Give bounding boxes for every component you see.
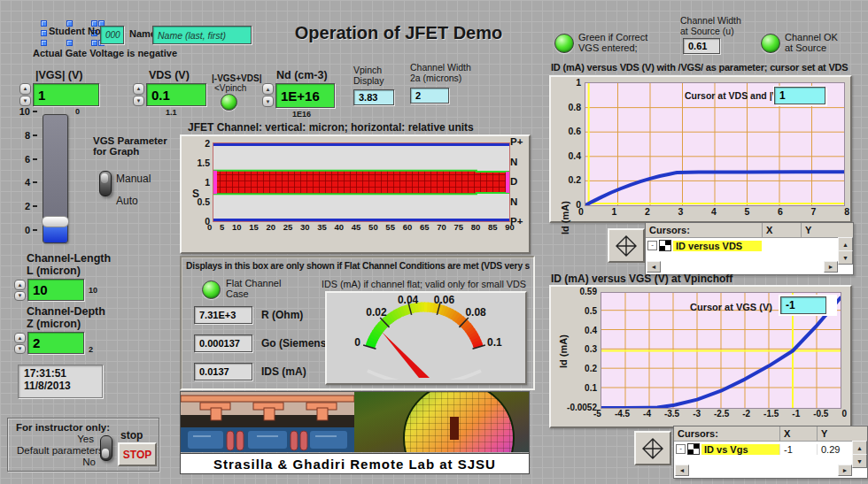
x-tick-label: -2.5 [714, 409, 729, 419]
expand-icon[interactable]: - [676, 444, 686, 454]
cursor-x-value: -1 [779, 444, 817, 455]
y-tick-label: 0.2 [568, 174, 581, 185]
cursor-row-label[interactable]: ID vs Vgs [701, 444, 779, 455]
lab-banner: Strasilla & Ghadiri Remote Lab at SJSU [180, 453, 530, 474]
x-tick-label: -1 [792, 409, 800, 419]
graph1-x-ticks: 012345678 [578, 206, 849, 217]
channel-depth-spinner[interactable]: ▲▼ [14, 333, 26, 354]
x-tick-label: 0 [207, 222, 212, 233]
y-tick-label: 2 [205, 138, 210, 149]
spin-down-icon[interactable]: ▼ [14, 291, 26, 302]
flat-box-header: Displays in this box are only shown if F… [186, 261, 530, 271]
y-tick-label: 1.5 [197, 157, 210, 168]
instructor-option-yes[interactable]: Yes [57, 434, 94, 444]
y-tick-label: -0.0052 [567, 403, 597, 412]
stop-caption: stop [120, 429, 143, 442]
scroll-left-icon[interactable]: ◄ [675, 465, 689, 476]
nd-input[interactable]: 1E+16 [275, 83, 335, 108]
student-no-input[interactable]: 000 [100, 26, 124, 44]
cursor-row-label[interactable]: ID versus VDS [673, 241, 762, 251]
timestamp-display: 17:31:51 11/8/2013 [18, 365, 103, 398]
vgs-param-toggle[interactable] [99, 171, 112, 196]
vgs-param-option-auto[interactable]: Auto [116, 195, 138, 207]
cursor-crosshair-icon [659, 240, 671, 251]
cursor-row[interactable]: - ID vs Vgs -1 0.29 [674, 442, 867, 457]
cursor-row[interactable]: - ID versus VDS [646, 238, 853, 253]
spin-down-icon[interactable]: ▼ [14, 344, 26, 355]
vpinch-label-2: Display [353, 75, 384, 86]
nd-spinner[interactable]: ▲▼ [262, 83, 274, 107]
instructor-title: For instructor only: [16, 422, 110, 433]
spin-down-icon[interactable]: ▼ [133, 96, 144, 107]
x-tick-label: 10 [232, 222, 242, 233]
vgs-input[interactable]: 1 [33, 83, 99, 106]
vgs-slider-scale: 1086420 [12, 111, 37, 241]
graph2-plot-area[interactable]: Cursor at VGS (V) -1 [601, 292, 841, 409]
source-width-label-2: at Source (u) [680, 26, 734, 36]
x-tick-label: -0.5 [813, 409, 828, 419]
scroll-left-icon[interactable]: ◄ [647, 261, 661, 273]
scroll-up-icon[interactable]: ▲ [852, 441, 867, 455]
pinch-condition-led [221, 94, 237, 111]
vgs-param-label: VGS Parameter for Graph [93, 135, 174, 157]
stop-button[interactable]: STOP [118, 442, 157, 466]
y-tick-label: 0.4 [585, 326, 597, 335]
diamond-nav-icon [641, 437, 664, 460]
vgs-slider-thumb[interactable] [42, 216, 69, 227]
scroll-right-icon[interactable]: ► [838, 465, 852, 476]
channel-depth-default-note: 2 [89, 345, 93, 354]
scroll-down-icon[interactable]: ▼ [838, 250, 853, 265]
spin-up-icon[interactable]: ▲ [14, 280, 26, 290]
y-tick-label: 0.2 [585, 364, 597, 373]
slider-tick-label: 6 [25, 154, 37, 165]
x-tick-label: 35 [317, 222, 327, 233]
graph1-cursor-mover[interactable] [608, 228, 645, 263]
x-tick-label: 6 [778, 206, 783, 217]
scroll-right-icon[interactable]: ► [824, 261, 838, 273]
channel-ok-label-1: Channel OK [785, 32, 838, 42]
vgs-slider-track[interactable] [43, 114, 68, 243]
instructor-toggle[interactable] [100, 435, 112, 461]
slider-tick-label: 0 [25, 225, 37, 235]
vgs-param-option-manual[interactable]: Manual [116, 173, 151, 185]
spin-down-icon[interactable]: ▼ [19, 96, 31, 107]
graph2-cursor-value[interactable]: -1 [780, 296, 826, 314]
vgs-spinner[interactable]: ▲▼ [19, 83, 31, 106]
scroll-down-icon[interactable]: ▼ [852, 454, 867, 468]
diamond-nav-icon [615, 234, 638, 257]
spin-up-icon[interactable]: ▲ [14, 333, 26, 343]
y-tick-label: 0.8 [568, 102, 581, 112]
r-display: 7.31E+3 [194, 306, 252, 324]
channel-depth-label-2: Z (micron) [27, 318, 81, 330]
chip-cross-section-image [181, 392, 354, 452]
y-tick-label: 1 [576, 77, 581, 88]
channel-length-spinner[interactable]: ▲▼ [14, 280, 26, 301]
source-width-label-1: Channel Width [680, 15, 741, 26]
name-input[interactable]: Name (last, first) [152, 26, 252, 44]
flat-channel-led [202, 280, 221, 299]
scroll-up-icon[interactable]: ▲ [838, 237, 853, 251]
graph1-plot-area[interactable]: Cursor at VDS and |VGS| (V) 1 [585, 82, 845, 206]
region-label: P+ [510, 216, 523, 227]
graph2-cursor-mover[interactable] [634, 431, 671, 465]
spin-up-icon[interactable]: ▲ [133, 83, 144, 95]
spin-up-icon[interactable]: ▲ [19, 83, 31, 95]
graph1-cursor-value[interactable]: 1 [774, 87, 825, 104]
channel-band [213, 171, 509, 194]
toggle-knob [102, 449, 109, 458]
selection-handle [66, 40, 73, 46]
expand-icon[interactable]: - [647, 241, 657, 250]
x-tick-label: 20 [267, 222, 276, 233]
spin-up-icon[interactable]: ▲ [262, 83, 274, 95]
vds-spinner[interactable]: ▲▼ [133, 83, 144, 106]
channel-length-input[interactable]: 10 [27, 279, 84, 301]
graph2-frame: Id (mA) 0.590.50.40.30.20.1-0.0052 Curso… [549, 285, 852, 428]
instructor-option-no[interactable]: No [58, 457, 96, 467]
vds-input[interactable]: 0.1 [146, 83, 206, 106]
x-tick-label: -3.5 [664, 409, 679, 419]
channel-depth-input[interactable]: 2 [27, 332, 84, 354]
spin-down-icon[interactable]: ▼ [262, 96, 274, 107]
wafer-image [354, 392, 529, 452]
selection-handle [41, 40, 47, 46]
jfet-plot-area[interactable] [213, 142, 510, 222]
